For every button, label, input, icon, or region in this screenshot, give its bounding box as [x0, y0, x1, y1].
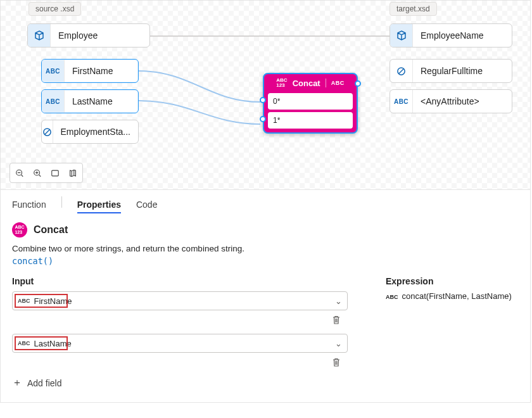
source-employmentstatus[interactable]: EmploymentSta... [41, 120, 139, 144]
function-header: ABC123 Concat ABC [268, 77, 353, 91]
input-value: LastName [34, 339, 72, 348]
input-section-label: Input [12, 276, 348, 286]
fit-view-button[interactable] [47, 165, 63, 181]
source-lastname[interactable]: ABC LastName [41, 89, 139, 113]
function-slot-1[interactable]: 1* [268, 112, 353, 129]
node-label: LastName [65, 96, 120, 106]
source-file-tab[interactable]: source .xsd [28, 2, 81, 16]
node-label: <AnyAttribute> [413, 96, 487, 106]
cube-icon [390, 24, 413, 47]
zoom-out-button[interactable] [11, 165, 28, 181]
no-entry-icon [42, 120, 53, 143]
abc123-icon: ABC123 [12, 222, 27, 238]
panel-tabs: Function Properties Code [1, 196, 530, 218]
chevron-down-icon: ⌄ [335, 296, 342, 306]
input-port-0[interactable] [260, 97, 266, 103]
expression-value: ABCconcat(FirstName, LastName) [386, 291, 519, 301]
abc-icon: ABC [18, 340, 30, 346]
node-label: Employee [51, 30, 105, 41]
abc-icon: ABC [390, 90, 413, 113]
node-label: EmploymentSta... [53, 127, 139, 137]
abc-icon: ABC [42, 60, 65, 82]
node-label: RegularFulltime [413, 66, 490, 76]
delete-input-button[interactable] [327, 357, 345, 370]
function-name: Concat [293, 79, 320, 88]
abc-icon: ABC [42, 90, 65, 113]
properties-panel: Function Properties Code ABC123 Concat C… [0, 190, 531, 403]
target-file-tab[interactable]: target.xsd [390, 2, 437, 16]
concat-function-node[interactable]: ABC123 Concat ABC 0* 1* [263, 73, 358, 134]
node-label: FirstName [65, 66, 121, 76]
input-field-lastname[interactable]: ABC LastName ⌄ [12, 334, 348, 353]
node-label: EmployeeName [413, 30, 491, 41]
canvas-toolbar [10, 163, 83, 183]
source-firstname[interactable]: ABC FirstName [41, 59, 139, 83]
function-title: Concat [34, 224, 68, 236]
input-field-firstname[interactable]: ABC FirstName ⌄ [12, 291, 348, 310]
cube-icon [28, 24, 51, 47]
abc-icon: ABC [18, 298, 30, 304]
abc123-icon: ABC123 [276, 78, 287, 88]
source-root-employee[interactable]: Employee [27, 23, 150, 48]
tab-properties[interactable]: Properties [77, 197, 121, 213]
chevron-down-icon: ⌄ [335, 339, 342, 348]
function-slot-0[interactable]: 0* [268, 93, 353, 110]
plus-icon: ＋ [12, 376, 22, 390]
function-description: Combine two or more strings, and return … [1, 241, 530, 253]
zoom-in-button[interactable] [29, 165, 46, 181]
add-field-button[interactable]: ＋ Add field [12, 376, 348, 390]
no-entry-icon [390, 60, 413, 82]
svg-rect-4 [52, 170, 59, 176]
mapping-canvas[interactable]: source .xsd target.xsd Employee ABC Firs… [0, 0, 531, 190]
delete-input-button[interactable] [327, 314, 345, 327]
tab-code[interactable]: Code [136, 197, 157, 212]
input-port-1[interactable] [260, 116, 266, 122]
function-signature: concat() [1, 253, 530, 269]
abc-icon: ABC [331, 80, 345, 86]
expression-section-label: Expression [386, 276, 519, 286]
target-regularfulltime[interactable]: RegularFulltime [390, 59, 512, 83]
output-port[interactable] [355, 80, 361, 87]
target-anyattribute[interactable]: ABC <AnyAttribute> [390, 89, 512, 113]
target-root-employeename[interactable]: EmployeeName [390, 23, 512, 48]
abc-icon: ABC [386, 294, 398, 300]
minimap-button[interactable] [65, 165, 81, 181]
tab-function[interactable]: Function [12, 197, 46, 212]
input-value: FirstName [34, 296, 72, 306]
